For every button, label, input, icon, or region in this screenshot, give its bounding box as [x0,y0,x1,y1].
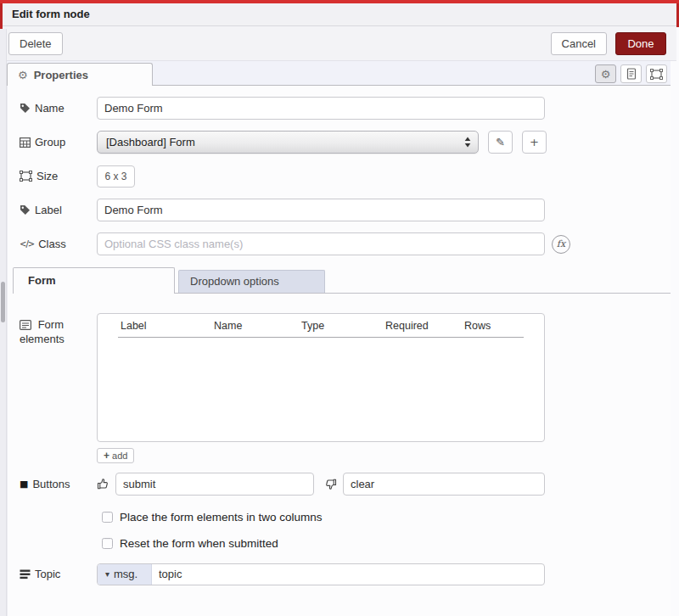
document-icon [626,68,637,80]
dialog-toolbar: Delete Cancel Done [3,26,676,61]
tag-icon [20,103,31,114]
add-element-button[interactable]: + add [97,448,134,463]
edit-form-node-dialog: Edit form node Delete Cancel Done ⚙ Prop… [0,0,679,616]
cancel-button[interactable]: Cancel [551,32,607,55]
class-input[interactable] [97,232,545,255]
left-scrollbar-thumb[interactable] [1,282,5,322]
tab-properties[interactable]: ⚙ Properties [7,63,153,86]
reset-form-option[interactable]: Reset the form when submitted [102,537,671,550]
table-icon [20,137,31,148]
topic-typed-input: ▾ msg. [97,563,545,585]
row-topic: Topic ▾ msg. [13,563,671,585]
two-columns-checkbox[interactable] [102,512,113,523]
group-selected-option: [Dashboard] Form [106,136,464,148]
name-label: Name [35,102,65,115]
node-subtabs: Form Dropdown options [13,267,671,294]
code-icon: </> [20,239,34,249]
list-alt-icon [20,320,31,330]
caret-down-icon: ▾ [105,569,109,579]
size-label: Size [36,170,58,182]
class-label-group: </> Class [13,238,97,250]
form-elements-list[interactable]: Label Name Type Required Rows [97,313,545,442]
left-scrollbar-track[interactable] [0,29,7,616]
topic-label-group: Topic [13,568,97,580]
reset-form-label: Reset the form when submitted [120,537,278,550]
description-button[interactable] [620,64,642,83]
delete-button[interactable]: Delete [8,32,63,55]
properties-panel: Name Group [Dashboard] Form ✎ [7,86,671,616]
node-config-buttons: ⚙ [595,64,667,83]
done-button[interactable]: Done [615,32,666,55]
editor-tab-row: ⚙ Properties ⚙ [7,61,671,86]
row-label: Label [13,199,671,221]
column-header-required: Required [385,320,429,332]
gear-icon: ⚙ [18,69,28,81]
clear-button-text-input[interactable] [343,473,545,496]
select-arrows-icon [464,137,471,148]
size-button[interactable]: 6 x 3 [97,165,135,188]
tab-form[interactable]: Form [13,267,175,294]
topic-type-select[interactable]: ▾ msg. [98,564,152,585]
column-header-rows: Rows [464,320,491,332]
topic-type-label: msg. [114,568,137,580]
form-elements-label-group: Form elements [13,313,97,442]
pencil-icon: ✎ [496,136,505,148]
group-label: Group [35,136,65,148]
plus-icon: + [530,136,539,148]
name-label-group: Name [13,102,97,115]
column-header-name: Name [214,320,242,332]
thumbs-up-icon [97,478,110,490]
dialog-title: Edit form node [3,3,676,26]
column-header-type: Type [301,320,324,332]
fx-icon: fx [557,238,565,249]
fx-expand-button[interactable]: fx [552,235,570,254]
topic-value-input[interactable] [152,564,544,585]
reset-form-checkbox[interactable] [102,538,113,549]
plus-icon: + [104,450,109,462]
properties-gear-button[interactable]: ⚙ [595,64,616,83]
object-group-icon [650,69,663,80]
buttons-label-group: ■ Buttons [13,478,97,490]
edit-group-button[interactable]: ✎ [488,131,513,154]
form-elements-header: Label Name Type Required Rows [118,314,524,338]
two-columns-label: Place the form elements in two columns [120,511,323,524]
group-label-group: Group [13,136,97,148]
row-buttons: ■ Buttons [13,473,671,496]
column-header-label: Label [121,320,147,332]
size-label-group: Size [13,170,97,182]
row-size: Size 6 x 3 [13,165,671,188]
thumbs-down-icon [324,478,338,490]
two-columns-option[interactable]: Place the form elements in two columns [102,511,671,524]
tasks-icon [20,569,31,580]
label-label: Label [35,204,62,216]
appearance-button[interactable] [646,64,667,83]
topic-label: Topic [35,568,60,580]
name-input[interactable] [97,97,545,120]
label-input[interactable] [97,199,545,221]
gear-icon: ⚙ [601,68,611,81]
class-label: Class [38,238,66,250]
label-label-group: Label [13,204,97,216]
buttons-label: Buttons [32,478,70,490]
square-icon: ■ [20,479,28,490]
submit-button-text-input[interactable] [115,473,314,496]
group-select[interactable]: [Dashboard] Form [97,131,479,154]
object-group-icon [20,171,32,182]
tag-icon [20,204,31,216]
tab-dropdown-options[interactable]: Dropdown options [178,270,325,293]
row-group: Group [Dashboard] Form ✎ + [13,131,671,154]
row-form-elements: Form elements Label Name Type Required R… [13,313,671,442]
add-element-label: add [112,451,127,461]
row-name: Name [13,97,671,120]
tab-properties-label: Properties [34,69,88,81]
row-class: </> Class fx [13,232,671,255]
add-group-button[interactable]: + [522,131,547,154]
